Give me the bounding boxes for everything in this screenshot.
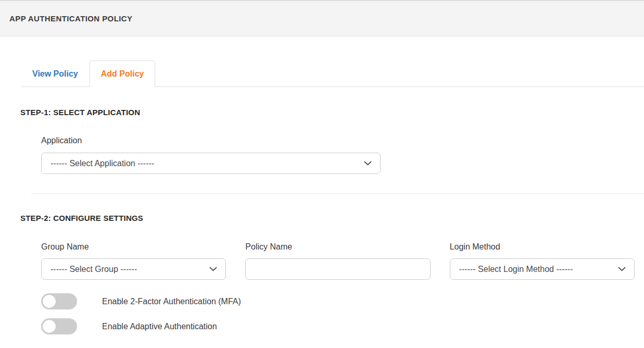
policy-name-label: Policy Name — [245, 242, 430, 252]
adaptive-auth-toggle[interactable] — [41, 318, 77, 334]
settings-form-row: Group Name ------ Select Group ------ Po… — [41, 242, 635, 280]
application-label: Application — [41, 136, 381, 145]
toggle-knob — [43, 295, 56, 308]
policy-name-input[interactable] — [245, 258, 430, 280]
chevron-down-icon — [618, 267, 626, 271]
mfa-toggle[interactable] — [41, 293, 77, 309]
login-method-label: Login Method — [450, 242, 635, 252]
adaptive-auth-toggle-label: Enable Adaptive Authentication — [102, 321, 217, 331]
mfa-toggle-row: Enable 2-Factor Authentication (MFA) — [41, 293, 644, 309]
page-title: APP AUTHENTICATION POLICY — [9, 14, 132, 23]
toggle-list: Enable 2-Factor Authentication (MFA) Ena… — [41, 293, 644, 334]
tab-add-policy[interactable]: Add Policy — [90, 60, 156, 87]
application-select[interactable]: ------ Select Application ------ — [41, 153, 381, 174]
page-header: APP AUTHENTICATION POLICY — [0, 0, 644, 36]
chevron-down-icon — [364, 161, 372, 166]
tab-bar: View Policy Add Policy — [21, 60, 644, 87]
application-field: Application ------ Select Application --… — [41, 136, 381, 174]
policy-name-field: Policy Name — [245, 242, 430, 280]
section-divider — [31, 193, 644, 194]
tab-view-policy[interactable]: View Policy — [21, 61, 90, 86]
mfa-toggle-label: Enable 2-Factor Authentication (MFA) — [102, 296, 241, 306]
adaptive-auth-toggle-row: Enable Adaptive Authentication — [41, 318, 644, 334]
step1-heading: STEP-1: SELECT APPLICATION — [20, 108, 644, 117]
group-name-label: Group Name — [41, 242, 226, 252]
application-select-value: ------ Select Application ------ — [50, 159, 154, 168]
group-name-select-value: ------ Select Group ------ — [50, 265, 137, 274]
toggle-knob — [43, 320, 56, 333]
chevron-down-icon — [209, 267, 217, 271]
step1-section: STEP-1: SELECT APPLICATION Application -… — [0, 108, 644, 174]
login-method-select[interactable]: ------ Select Login Method ------ — [450, 258, 635, 280]
step2-heading: STEP-2: CONFIGURE SETTINGS — [20, 214, 644, 222]
login-method-select-value: ------ Select Login Method ------ — [459, 265, 573, 274]
step2-section: STEP-2: CONFIGURE SETTINGS Group Name --… — [0, 214, 644, 334]
group-name-select[interactable]: ------ Select Group ------ — [41, 258, 226, 280]
login-method-field: Login Method ------ Select Login Method … — [450, 242, 635, 280]
group-name-field: Group Name ------ Select Group ------ — [41, 242, 226, 280]
